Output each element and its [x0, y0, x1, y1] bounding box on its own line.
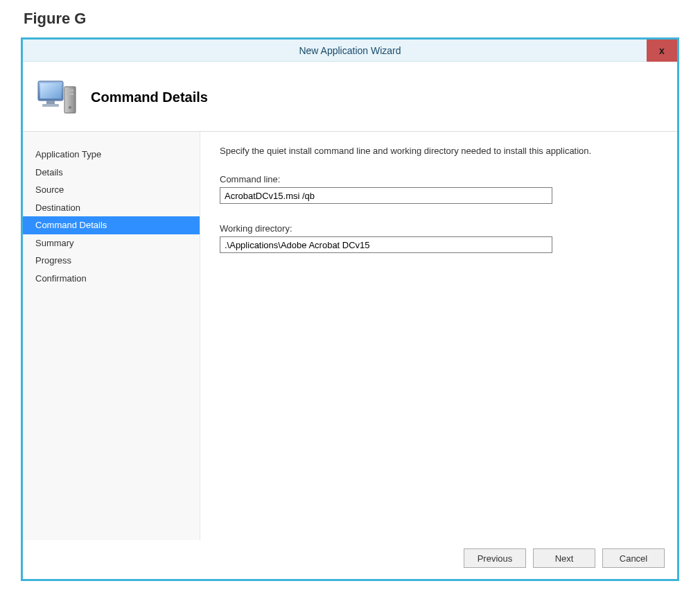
computer-icon	[37, 78, 78, 116]
svg-rect-1	[40, 83, 61, 98]
close-button[interactable]: x	[647, 40, 677, 62]
wizard-header: Command Details	[23, 62, 677, 131]
svg-rect-6	[67, 93, 73, 95]
sidebar-item-destination[interactable]: Destination	[23, 199, 200, 217]
sidebar-item-source[interactable]: Source	[23, 181, 200, 199]
working-directory-group: Working directory:	[220, 223, 658, 253]
sidebar-item-confirmation[interactable]: Confirmation	[23, 270, 200, 288]
working-directory-input[interactable]	[220, 236, 552, 253]
sidebar-item-progress[interactable]: Progress	[23, 252, 200, 270]
previous-button[interactable]: Previous	[464, 548, 526, 568]
command-line-group: Command line:	[220, 174, 658, 204]
figure-label: Figure G	[0, 0, 700, 37]
content-panel: Specify the quiet install command line a…	[200, 132, 677, 540]
svg-point-7	[69, 106, 71, 109]
sidebar-item-details[interactable]: Details	[23, 164, 200, 182]
titlebar: New Application Wizard x	[23, 40, 677, 62]
svg-rect-3	[42, 104, 59, 107]
working-directory-label: Working directory:	[220, 223, 658, 234]
sidebar-item-command-details[interactable]: Command Details	[23, 216, 200, 234]
svg-rect-5	[67, 89, 73, 92]
page-title: Command Details	[91, 89, 208, 105]
command-line-input[interactable]	[220, 187, 552, 204]
sidebar-item-summary[interactable]: Summary	[23, 234, 200, 252]
next-button[interactable]: Next	[533, 548, 595, 568]
close-icon: x	[659, 45, 665, 56]
wizard-window: New Application Wizard x	[21, 37, 679, 581]
command-line-label: Command line:	[220, 174, 658, 184]
sidebar: Application Type Details Source Destinat…	[23, 132, 200, 540]
wizard-body: Application Type Details Source Destinat…	[23, 131, 677, 540]
window-title: New Application Wizard	[299, 45, 401, 56]
instruction-text: Specify the quiet install command line a…	[220, 146, 658, 156]
sidebar-item-application-type[interactable]: Application Type	[23, 146, 200, 164]
cancel-button[interactable]: Cancel	[602, 548, 665, 568]
button-row: Previous Next Cancel	[23, 540, 677, 579]
svg-rect-2	[46, 101, 55, 104]
